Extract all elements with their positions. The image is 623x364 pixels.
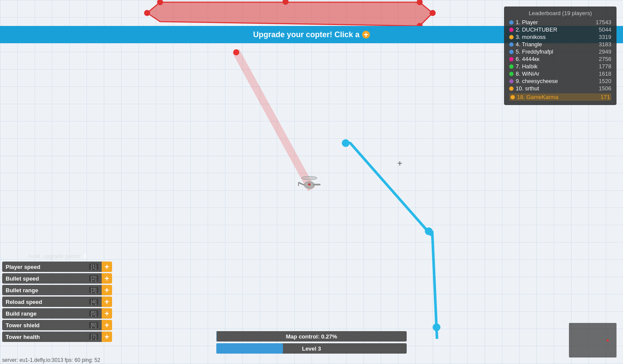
upgrade-label-1: Bullet speed (6, 275, 39, 282)
blue-line-2 (428, 231, 450, 339)
laser-line (212, 47, 320, 194)
player-copter (296, 173, 322, 197)
leaderboard-row: 8. WiNiAr 1618 (509, 70, 611, 77)
svg-point-6 (144, 10, 150, 16)
level-bar: Level 3 (216, 343, 407, 354)
current-player-dot (511, 95, 515, 99)
upgrade-plus-button-4[interactable]: + (102, 308, 112, 319)
upgrade-plus-button-6[interactable]: + (102, 332, 112, 342)
upgrade-bar-bg-1: Bullet speed [2] (2, 273, 102, 284)
upgrade-rows: Player speed [1] + Bullet speed [2] + Bu… (2, 262, 112, 342)
svg-marker-0 (147, 2, 433, 26)
upgrade-points-value: 3 (83, 253, 87, 259)
leaderboard-row: 4. Triangle 3183 (509, 41, 611, 48)
map-control-fill (216, 331, 217, 342)
upgrade-label-5: Tower shield (6, 322, 40, 329)
upgrade-level-2: [3] (89, 287, 98, 293)
leaderboard-row: 10. srthut 1506 (509, 85, 611, 92)
leaderboard: Leaderboard (19 players) 1. Player 17543… (504, 6, 617, 105)
upgrade-level-1: [2] (89, 275, 98, 281)
upgrade-row-6: Tower health [7] + (2, 332, 112, 342)
svg-line-13 (299, 182, 304, 185)
level-label: Level 3 (302, 345, 321, 352)
svg-line-8 (349, 142, 431, 235)
svg-line-7 (236, 51, 312, 189)
svg-rect-12 (313, 184, 321, 185)
leaderboard-row: 5. Freddyfnafpl 2949 (509, 48, 611, 55)
upgrade-row-4: Build range [5] + (2, 308, 112, 319)
upgrade-plus-button-0[interactable]: + (102, 262, 112, 272)
blue-node-3 (433, 323, 440, 331)
leaderboard-row: 1. Player 17543 (509, 19, 611, 26)
leaderboard-row: 7. Halbik 1778 (509, 63, 611, 70)
upgrade-plus-button-5[interactable]: + (102, 320, 112, 330)
upgrade-bar-bg-0: Player speed [1] (2, 262, 102, 272)
upgrade-panel: Avail. upgrade points: 3 Player speed [1… (2, 253, 112, 343)
upgrade-label-3: Reload speed (6, 299, 42, 305)
upgrade-bar-bg-6: Tower health [7] (2, 332, 102, 342)
mini-map-player (607, 339, 609, 342)
footer-info: server: eu1-1.defly.io:3013 fps: 60 ping… (2, 357, 100, 363)
crosshair: + (397, 159, 402, 169)
upgrade-bar-bg-5: Tower shield [6] (2, 320, 102, 330)
upgrade-label-2: Bullet range (6, 287, 38, 294)
upgrade-bar-bg-4: Build range [5] (2, 308, 102, 319)
upgrade-level-0: [1] (89, 264, 98, 270)
laser-origin-dot (233, 49, 239, 55)
leaderboard-current-player: 18. GameKarma 171 (509, 93, 611, 101)
upgrade-level-5: [6] (89, 322, 98, 328)
svg-line-9 (432, 231, 437, 338)
blue-line-1 (345, 142, 436, 243)
upgrade-banner-icon: + (362, 31, 370, 38)
upgrade-plus-button-2[interactable]: + (102, 285, 112, 295)
upgrade-points-label: Avail. upgrade points: 3 (2, 253, 112, 259)
upgrade-label-6: Tower health (6, 334, 40, 340)
blue-node-2 (425, 227, 433, 235)
current-player-rank-name: 18. GameKarma (517, 94, 558, 100)
bottom-hud: Map control: 0.27% Level 3 (216, 329, 407, 355)
map-control-label: Map control: 0.27% (286, 333, 337, 340)
mini-map (569, 323, 617, 358)
current-player-score: 171 (601, 94, 610, 100)
upgrade-label-4: Build range (6, 310, 37, 317)
upgrade-level-3: [4] (89, 299, 98, 305)
svg-point-11 (302, 176, 317, 180)
upgrade-level-4: [5] (89, 310, 98, 316)
upgrade-row-2: Bullet range [3] + (2, 285, 112, 295)
upgrade-row-0: Player speed [1] + (2, 262, 112, 272)
svg-point-4 (430, 10, 436, 16)
upgrade-bar-bg-3: Reload speed [4] (2, 297, 102, 307)
map-control-bar: Map control: 0.27% (216, 331, 407, 342)
leaderboard-rows: 1. Player 17543 2. DUCHTUBER 5044 3. mon… (509, 19, 611, 92)
leaderboard-row: 6. 4444кк 2756 (509, 56, 611, 62)
blue-node-1 (342, 139, 350, 147)
leaderboard-row: 2. DUCHTUBER 5044 (509, 26, 611, 33)
level-bg: Level 3 (216, 343, 407, 354)
upgrade-label-0: Player speed (6, 264, 40, 270)
upgrade-banner-text: Upgrade your copter! Click a (253, 30, 360, 39)
footer-text: server: eu1-1.defly.io:3013 fps: 60 ping… (2, 357, 100, 363)
map-control-bg: Map control: 0.27% (216, 331, 407, 342)
leaderboard-row: 9. cheesycheese 1520 (509, 78, 611, 84)
leaderboard-row: 3. monikoss 3319 (509, 34, 611, 40)
upgrade-row-1: Bullet speed [2] + (2, 273, 112, 284)
level-fill (216, 343, 283, 354)
leaderboard-title: Leaderboard (19 players) (509, 10, 611, 16)
upgrade-plus-button-1[interactable]: + (102, 273, 112, 284)
upgrade-bar-bg-2: Bullet range [3] (2, 285, 102, 295)
upgrade-plus-button-3[interactable]: + (102, 297, 112, 307)
red-shape (125, 0, 437, 28)
upgrade-row-5: Tower shield [6] + (2, 320, 112, 330)
upgrade-row-3: Reload speed [4] + (2, 297, 112, 307)
upgrade-level-6: [7] (89, 334, 98, 340)
